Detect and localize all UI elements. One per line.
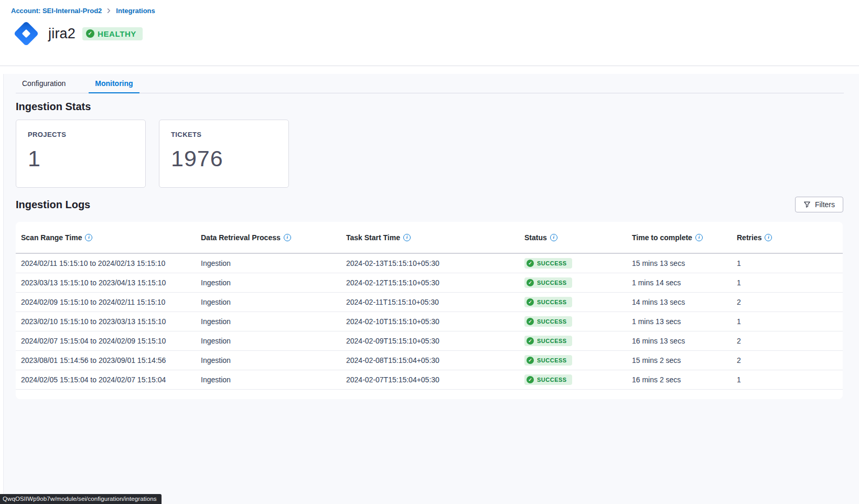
breadcrumb: Account: SEI-Internal-Prod2 Integrations bbox=[11, 7, 859, 15]
ingestion-stats-heading: Ingestion Stats bbox=[16, 93, 843, 113]
cell-data-retrieval-process: Ingestion bbox=[201, 259, 346, 267]
cell-data-retrieval-process: Ingestion bbox=[201, 317, 346, 326]
status-badge: ✓SUCCESS bbox=[524, 374, 572, 385]
status-badge: ✓SUCCESS bbox=[524, 277, 572, 288]
cell-time-to-complete: 16 mins 13 secs bbox=[632, 337, 737, 345]
status-label: SUCCESS bbox=[537, 377, 567, 383]
cell-time-to-complete: 1 mins 13 secs bbox=[632, 317, 737, 326]
cell-task-start-time: 2024-02-07T15:15:04+05:30 bbox=[346, 376, 524, 384]
status-badge: ✓SUCCESS bbox=[524, 336, 572, 346]
tab-monitoring[interactable]: Monitoring bbox=[89, 74, 139, 93]
check-circle-icon: ✓ bbox=[527, 260, 534, 267]
cell-data-retrieval-process: Ingestion bbox=[201, 298, 346, 306]
table-row: 2024/02/05 15:15:04 to 2024/02/07 15:15:… bbox=[16, 370, 843, 390]
cell-retries: 2 bbox=[737, 337, 843, 345]
ingestion-logs-table: Scan Range TimeiData Retrieval ProcessiT… bbox=[16, 222, 843, 399]
info-icon[interactable]: i bbox=[85, 234, 92, 241]
cell-task-start-time: 2024-02-11T15:15:10+05:30 bbox=[346, 298, 524, 306]
breadcrumb-integrations-link[interactable]: Integrations bbox=[116, 7, 155, 15]
status-label: SUCCESS bbox=[537, 260, 567, 266]
column-header: Time to completei bbox=[632, 233, 737, 242]
ingestion-logs-heading: Ingestion Logs bbox=[16, 199, 90, 211]
table-row: 2023/03/13 15:15:10 to 2023/04/13 15:15:… bbox=[16, 273, 843, 293]
cell-status: ✓SUCCESS bbox=[524, 355, 632, 366]
column-header-label: Task Start Time bbox=[346, 233, 400, 242]
stat-label: TICKETS bbox=[171, 131, 277, 138]
table-row: 2024/02/07 15:15:04 to 2024/02/09 15:15:… bbox=[16, 331, 843, 351]
cell-data-retrieval-process: Ingestion bbox=[201, 337, 346, 345]
status-label: SUCCESS bbox=[537, 318, 567, 325]
cell-scan-range-time: 2023/08/01 15:14:56 to 2023/09/01 15:14:… bbox=[21, 356, 201, 364]
cell-status: ✓SUCCESS bbox=[524, 258, 632, 269]
cell-retries: 1 bbox=[737, 278, 843, 287]
logs-header: Ingestion Logs Filters bbox=[16, 197, 843, 212]
table-header-row: Scan Range TimeiData Retrieval ProcessiT… bbox=[16, 222, 843, 254]
info-icon[interactable]: i bbox=[550, 234, 557, 241]
column-header-label: Status bbox=[524, 233, 547, 242]
cell-retries: 2 bbox=[737, 298, 843, 306]
table-row: 2024/02/09 15:15:10 to 2024/02/11 15:15:… bbox=[16, 293, 843, 312]
cell-time-to-complete: 1 mins 14 secs bbox=[632, 278, 737, 287]
table-body: 2024/02/11 15:15:10 to 2024/02/13 15:15:… bbox=[16, 254, 843, 390]
cell-task-start-time: 2024-02-12T15:15:10+05:30 bbox=[346, 278, 524, 287]
integration-title: jira2 bbox=[48, 26, 76, 42]
cell-retries: 1 bbox=[737, 317, 843, 326]
cell-scan-range-time: 2023/02/10 15:15:10 to 2023/03/13 15:15:… bbox=[21, 317, 201, 326]
table-row: 2024/02/11 15:15:10 to 2024/02/13 15:15:… bbox=[16, 254, 843, 273]
column-header: Data Retrieval Processi bbox=[201, 233, 346, 242]
check-circle-icon: ✓ bbox=[527, 337, 534, 345]
chevron-right-icon bbox=[106, 8, 111, 13]
column-header: Retriesi bbox=[737, 233, 843, 242]
cell-time-to-complete: 15 mins 13 secs bbox=[632, 259, 737, 267]
column-header: Scan Range Timei bbox=[21, 233, 201, 242]
stats-row: PROJECTS 1 TICKETS 1976 bbox=[16, 120, 843, 188]
info-icon[interactable]: i bbox=[403, 234, 411, 241]
jira-logo-icon bbox=[11, 18, 41, 49]
cell-scan-range-time: 2024/02/11 15:15:10 to 2024/02/13 15:15:… bbox=[21, 259, 201, 267]
cell-task-start-time: 2024-02-13T15:15:10+05:30 bbox=[346, 259, 524, 267]
breadcrumb-account-link[interactable]: Account: SEI-Internal-Prod2 bbox=[11, 7, 102, 15]
page-body: Configuration Monitoring Ingestion Stats… bbox=[0, 74, 859, 504]
table-row: 2023/02/10 15:15:10 to 2023/03/13 15:15:… bbox=[16, 312, 843, 331]
stat-card-tickets: TICKETS 1976 bbox=[159, 120, 289, 188]
status-label: SUCCESS bbox=[537, 357, 567, 363]
check-circle-icon: ✓ bbox=[527, 298, 534, 306]
cell-status: ✓SUCCESS bbox=[524, 297, 632, 307]
cell-retries: 2 bbox=[737, 356, 843, 364]
info-icon[interactable]: i bbox=[695, 234, 703, 241]
filters-button[interactable]: Filters bbox=[795, 197, 843, 212]
cell-data-retrieval-process: Ingestion bbox=[201, 376, 346, 384]
status-label: SUCCESS bbox=[537, 280, 567, 286]
info-icon[interactable]: i bbox=[765, 234, 772, 241]
check-circle-icon: ✓ bbox=[527, 376, 534, 383]
cell-time-to-complete: 14 mins 13 secs bbox=[632, 298, 737, 306]
cell-scan-range-time: 2024/02/09 15:15:10 to 2024/02/11 15:15:… bbox=[21, 298, 201, 306]
column-header-label: Retries bbox=[737, 233, 761, 242]
status-badge: ✓SUCCESS bbox=[524, 258, 572, 269]
column-header: Task Start Timei bbox=[346, 233, 524, 242]
cell-retries: 1 bbox=[737, 376, 843, 384]
cell-task-start-time: 2024-02-09T15:15:10+05:30 bbox=[346, 337, 524, 345]
cell-status: ✓SUCCESS bbox=[524, 316, 632, 327]
title-row: jira2 ✓ HEALTHY bbox=[11, 18, 859, 49]
status-badge: ✓SUCCESS bbox=[524, 316, 572, 327]
check-circle-icon: ✓ bbox=[86, 29, 94, 38]
cell-data-retrieval-process: Ingestion bbox=[201, 356, 346, 364]
tab-bar: Configuration Monitoring bbox=[16, 74, 844, 93]
cell-retries: 1 bbox=[737, 259, 843, 267]
check-circle-icon: ✓ bbox=[527, 318, 534, 325]
tab-configuration[interactable]: Configuration bbox=[16, 74, 72, 93]
link-url-statusbar: QwqOSIIWp9ob7w/module/sei/configuration/… bbox=[0, 494, 162, 504]
table-row: 2023/08/01 15:14:56 to 2023/09/01 15:14:… bbox=[16, 351, 843, 370]
stat-card-projects: PROJECTS 1 bbox=[16, 120, 146, 188]
status-badge: ✓SUCCESS bbox=[524, 355, 572, 366]
cell-status: ✓SUCCESS bbox=[524, 277, 632, 288]
cell-scan-range-time: 2023/03/13 15:15:10 to 2023/04/13 15:15:… bbox=[21, 278, 201, 287]
column-header-label: Scan Range Time bbox=[21, 233, 82, 242]
stat-label: PROJECTS bbox=[28, 131, 134, 138]
status-label: SUCCESS bbox=[537, 299, 567, 305]
info-icon[interactable]: i bbox=[284, 234, 291, 241]
stat-value: 1 bbox=[28, 146, 134, 171]
status-label: SUCCESS bbox=[537, 338, 567, 344]
column-header-label: Data Retrieval Process bbox=[201, 233, 281, 242]
